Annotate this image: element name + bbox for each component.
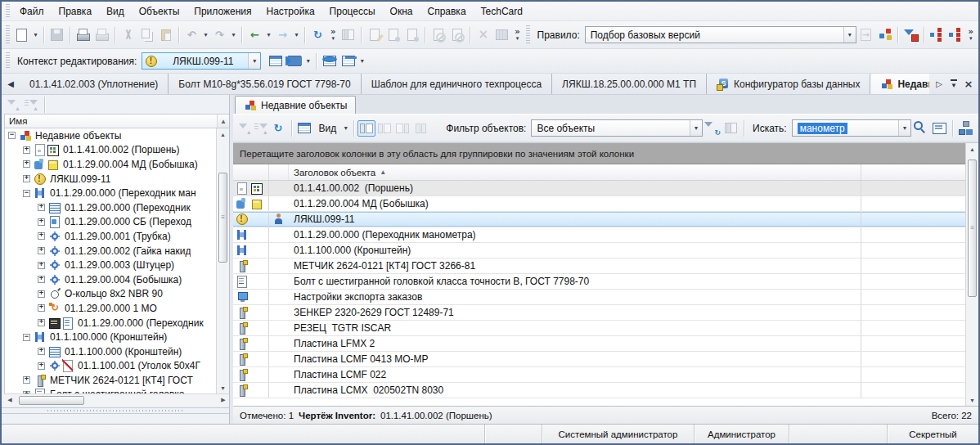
search-dropdown-icon[interactable]: ▾ [898,120,910,136]
deny-object-icon[interactable] [447,25,466,44]
toolbar-grip[interactable] [6,25,10,44]
object-row[interactable]: Пластина LCMF 022 [233,367,965,383]
tree-item[interactable]: + 01.1.41.00.002 (Поршень) [5,143,216,158]
menu-item[interactable]: Приложения [187,4,258,19]
filter-settings-icon[interactable] [722,119,740,137]
annul-object-icon[interactable] [429,25,447,44]
scroll-down-icon[interactable]: ▼ [218,382,229,393]
panel-splitter[interactable] [2,407,229,414]
export-dropdown-icon[interactable]: ▾ [292,25,301,44]
apply-rule-icon[interactable] [856,25,875,44]
expand-toggle-icon[interactable]: + [38,262,45,269]
tree-item[interactable]: + 01.1.100.001 (Уголок 50x4Г [5,359,216,374]
toolbar-grip[interactable] [6,52,10,69]
grid-vertical-scrollbar[interactable]: ▲ ▼ [965,143,978,406]
scroll-left-icon[interactable]: ◀ [4,394,16,406]
group-by-bar[interactable]: Перетащите заголовок колонки в эту облас… [233,143,965,164]
expand-toggle-icon[interactable]: − [23,190,30,197]
approve-object-icon[interactable] [402,25,421,44]
document-tab[interactable]: 01.1.41.02.003 (Уплотнение) [20,74,168,94]
document-tab[interactable]: ЛЯКШ.18.25.00.00.000 М1 ТП [551,74,706,94]
marker-column-header[interactable] [269,164,289,180]
context-overflow-icon[interactable]: ▾ [357,52,366,70]
menu-item[interactable]: Окна [383,4,420,19]
menu-item[interactable]: Процессы [322,4,383,19]
search-icon[interactable] [911,119,930,137]
expand-toggle-icon[interactable]: + [38,276,45,283]
scrollbar-thumb[interactable] [19,396,84,405]
expand-toggle-icon[interactable]: + [23,160,30,168]
menu-item[interactable]: Файл [12,4,52,19]
object-row[interactable]: 01.1.29.00.004 МД (Бобышка) [233,196,965,212]
expand-toggle-icon[interactable]: − [23,334,30,341]
document-tab[interactable]: Шаблон для единичного техпроцесса [361,74,551,94]
tree-item[interactable]: − 01.1.100.000 (Кронштейн) [5,330,216,344]
object-row[interactable]: Пластина LCMX 020502TN 8030 [233,383,965,398]
object-row[interactable]: МЕТЧИК 2624-0121 [КТ4] ГОСТ 3266-81 [233,258,965,274]
tab-close-icon[interactable]: × [962,78,975,91]
tree-item[interactable]: + 01.1.29.00.000 1 МО [5,301,216,316]
scrollbar-thumb[interactable] [968,160,977,297]
scroll-up-icon[interactable]: ▲ [218,128,229,140]
expand-toggle-icon[interactable]: + [38,290,45,298]
expand-structure-icon[interactable] [928,25,946,44]
toolbar-overflow-icon[interactable]: »▾ [511,28,523,43]
preview-panel-icon[interactable] [930,119,949,137]
tree-item[interactable]: − 01.1.29.00.000 (Переходник ман [5,186,216,200]
object-row[interactable]: 01.1.100.000 (Кронштейн) [233,243,965,258]
tree-item[interactable]: + 01.1.29.00.002 (Гайка накид [5,244,216,258]
layout-quad-icon[interactable] [411,120,429,137]
object-row[interactable]: 01.1.29.00.000 (Переходник манометра) [233,227,965,243]
view-icon[interactable] [295,119,314,137]
expand-toggle-icon[interactable]: + [38,247,45,254]
tree-item[interactable]: + О-кольцо 8x2 NBR 90 [5,287,216,302]
object-row[interactable]: Пластина LFMX 2 [233,336,965,352]
hierarchy-view-icon[interactable] [956,119,975,137]
toolbar-grip[interactable] [526,25,530,44]
tree-column-header[interactable]: Имя ▲ [4,114,229,128]
tree-item[interactable]: + 01.1.29.00.003 (Штуцер) [5,258,216,272]
object-row[interactable]: РЕЗЕЦ TGTR ISCAR [233,321,965,336]
toolbar-overflow-icon[interactable]: »▾ [327,28,339,43]
new-document-dropdown-icon[interactable]: ▾ [31,25,40,44]
tree-filter-icon[interactable] [5,97,21,112]
cut-icon[interactable] [119,25,137,44]
expand-toggle-icon[interactable]: + [38,304,45,312]
archive-object-icon[interactable] [492,25,511,44]
sort-ascending-icon[interactable]: ▲ [217,115,229,128]
tree-item[interactable]: + 01.1.29.00.004 (Бобышка) [5,272,216,287]
title-column-header[interactable]: Заголовок объекта ▲ [289,164,861,180]
expand-toggle-icon[interactable]: + [23,376,30,384]
document-tab[interactable]: Конфигуратор базы данных [706,74,870,94]
search-combo[interactable]: манометр ▾ [792,119,911,137]
edit-object-icon[interactable] [365,25,384,44]
refresh-list-icon[interactable]: ↻ [269,119,288,137]
tree-item[interactable]: + 01.1.29.00.000 СБ (Переход [5,215,216,230]
search-value[interactable]: манометр [798,123,847,134]
expand-toggle-icon[interactable]: + [38,348,45,355]
rule-dropdown-icon[interactable]: ▾ [843,27,856,43]
tree-item[interactable]: + ЛЯКШ.099-11 [5,172,216,187]
recent-objects-tab[interactable]: Недавние объекты [235,96,356,114]
tree-filter-list-icon[interactable] [23,97,39,112]
view-label[interactable]: Вид [314,123,342,134]
table-add-icon[interactable] [339,52,357,70]
tabs-list-icon[interactable]: ▼ [947,78,960,91]
expand-toggle-icon[interactable]: + [23,175,30,182]
expand-toggle-icon[interactable]: + [38,218,45,226]
scroll-down-icon[interactable]: ▼ [967,394,978,406]
save-icon[interactable] [47,25,66,44]
expand-toggle-icon[interactable]: + [38,232,45,240]
tabs-scroll-left-icon[interactable]: ◀ [2,74,20,94]
structure-icon[interactable] [875,25,894,44]
document-tab[interactable]: Недавние объекты [870,74,929,94]
delete-object-icon[interactable]: × [474,25,492,44]
expand-toggle-icon[interactable]: + [23,146,30,154]
menu-item[interactable]: Правка [52,4,100,19]
undo-dropdown-icon[interactable]: ▾ [201,25,210,44]
import-object-icon[interactable]: ← [245,25,264,44]
menu-item[interactable]: Настройка [259,4,322,19]
menu-item[interactable]: Вид [99,4,132,19]
open-table-icon[interactable] [266,52,285,70]
tree-horizontal-scrollbar[interactable]: ◀ ▶ [4,393,229,406]
